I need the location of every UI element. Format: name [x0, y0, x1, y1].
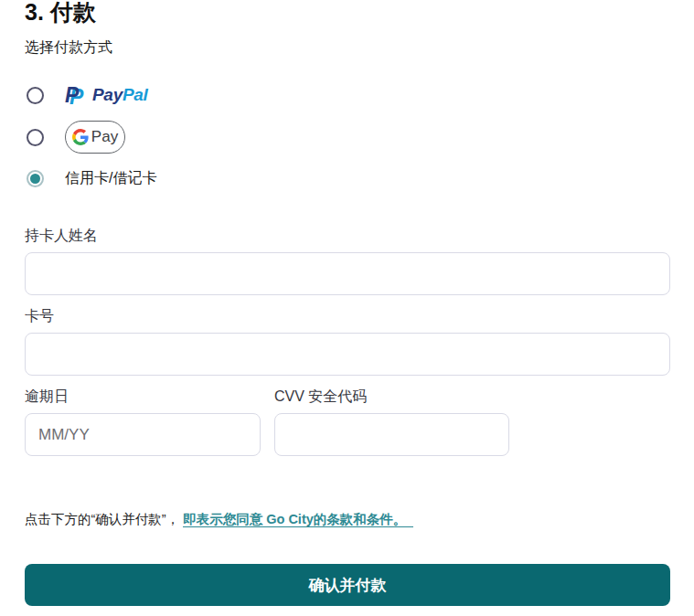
- cvv-input[interactable]: [274, 413, 509, 456]
- paypal-wordmark-pay: Pay: [92, 85, 123, 105]
- payment-method-options: P P PayPal Pay: [25, 83, 670, 188]
- radio-google-pay[interactable]: [27, 129, 44, 146]
- cvv-label: CVV 安全代码: [274, 388, 509, 405]
- expiry-input[interactable]: [25, 413, 261, 456]
- card-option-label: 信用卡/借记卡: [65, 169, 156, 188]
- expiry-label: 逾期日: [25, 388, 261, 405]
- google-pay-pill: Pay: [65, 121, 125, 154]
- google-g-icon: [72, 129, 89, 145]
- paypal-wordmark-pal: Pal: [123, 85, 148, 105]
- page-title: 3. 付款: [25, 0, 670, 26]
- cardholder-name-input[interactable]: [25, 252, 670, 295]
- confirm-pay-button[interactable]: 确认并付款: [25, 564, 670, 606]
- paypal-monogram-front-p: P: [65, 83, 79, 107]
- radio-card[interactable]: [27, 170, 44, 187]
- cardholder-name-label: 持卡人姓名: [25, 227, 670, 244]
- terms-note: 点击下方的“确认并付款”， 即表示您同意 Go City的条款和条件。: [25, 511, 670, 528]
- card-number-label: 卡号: [25, 307, 670, 324]
- card-details-form: 持卡人姓名 卡号 逾期日 CVV 安全代码: [25, 227, 670, 456]
- card-number-input[interactable]: [25, 333, 670, 376]
- google-pay-label: Pay: [91, 128, 118, 146]
- terms-link[interactable]: 即表示您同意 Go City的条款和条件。: [183, 512, 413, 527]
- paypal-logo: P P PayPal: [65, 83, 148, 107]
- terms-prefix: 点击下方的“确认并付款”，: [25, 512, 183, 526]
- payment-option-paypal[interactable]: P P PayPal: [25, 83, 670, 107]
- radio-paypal[interactable]: [27, 87, 44, 104]
- payment-option-google-pay[interactable]: Pay: [25, 121, 670, 154]
- paypal-monogram-icon: P P: [65, 83, 87, 107]
- radio-selected-dot: [30, 174, 40, 184]
- payment-method-subtitle: 选择付款方式: [25, 38, 670, 56]
- payment-step-section: 3. 付款 选择付款方式 P P PayPal: [0, 0, 694, 616]
- payment-option-card[interactable]: 信用卡/借记卡: [25, 168, 670, 188]
- google-pay-logo: Pay: [65, 121, 125, 154]
